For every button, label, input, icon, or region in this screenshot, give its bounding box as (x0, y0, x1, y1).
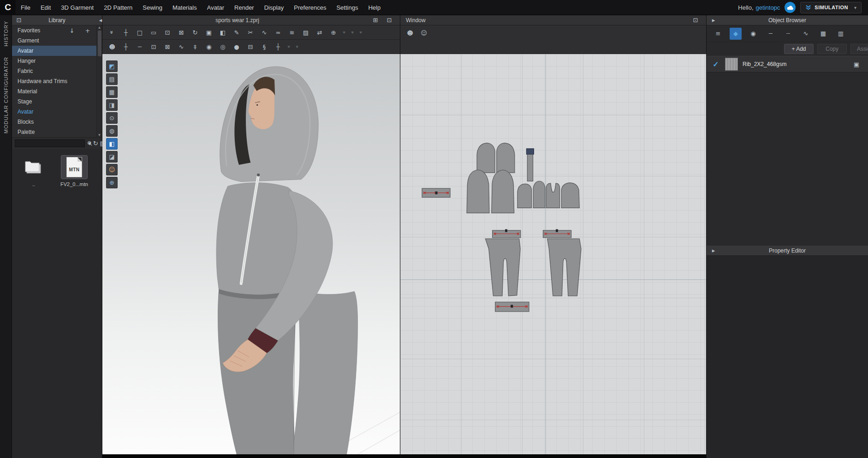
library-add-icon[interactable]: + (82, 25, 94, 36)
pattern-piece-hood-left[interactable] (477, 143, 495, 173)
app-logo[interactable]: C (0, 0, 16, 15)
show-avatar-silhouette-2d-icon[interactable]: ☻ (404, 27, 416, 38)
zipper-tool-icon[interactable]: ‡ (189, 41, 201, 52)
library-item-hanger[interactable]: Hanger (12, 56, 96, 66)
window-fly-icon[interactable]: ▣ (203, 27, 215, 38)
measure-tool-icon[interactable]: ┼ (272, 41, 284, 52)
pin-garment-icon[interactable]: ⊡ (148, 41, 160, 52)
search-dropdown-icon[interactable]: ▾ (88, 138, 91, 149)
tack-on-avatar-icon[interactable]: ⊠ (161, 41, 173, 52)
window-2d-titlebar[interactable]: Window ⊡ (400, 15, 706, 25)
menu-materials[interactable]: Materials (167, 0, 202, 15)
library-item-fabric[interactable]: Fabric (12, 66, 96, 76)
fold-arrangement-icon[interactable]: ◧ (217, 27, 229, 38)
library-item-avatar-2[interactable]: Avatar (12, 107, 96, 117)
mirror-paste-icon[interactable]: ⇄ (314, 27, 326, 38)
library-item-material[interactable]: Material (12, 86, 96, 96)
rotate-pattern-icon[interactable]: ↻ (189, 27, 201, 38)
pattern-piece-sleeve-left[interactable] (467, 170, 489, 213)
scrollbar-thumb[interactable] (98, 30, 101, 56)
group-expand-c-icon[interactable]: » (356, 29, 367, 36)
library-import-icon[interactable]: ↓ (66, 25, 78, 36)
menu-edit[interactable]: Edit (36, 0, 56, 15)
object-browser-empty-area[interactable] (707, 72, 868, 246)
menu-2d-pattern[interactable]: 2D Pattern (99, 0, 137, 15)
sewing-edit-icon[interactable]: ∿ (175, 41, 187, 52)
modular-configurator-tab[interactable]: MODULAR CONFIGURATOR (3, 57, 9, 133)
pattern-piece-bodice-back[interactable] (533, 181, 545, 208)
select-move-icon[interactable]: ┼ (120, 27, 132, 38)
more-tab-icon[interactable]: ▥ (835, 28, 847, 40)
pin-box-icon[interactable]: ⊠ (175, 27, 187, 38)
avatar-tape-icon[interactable]: ─ (134, 41, 146, 52)
placket-selected-segment[interactable] (527, 149, 534, 154)
pattern-piece-sleeve-right[interactable] (492, 170, 514, 213)
grainline-icon[interactable]: ⊕ (327, 27, 339, 38)
menu-file[interactable]: File (16, 0, 36, 15)
simulation-dropdown-icon[interactable]: ▾ (851, 5, 856, 10)
zipper-pull[interactable] (257, 174, 260, 176)
group-expand-e-icon[interactable]: » (292, 43, 303, 50)
float-window-3d-icon[interactable]: ⊞ (369, 15, 381, 26)
library-item-favorites[interactable]: Favorites ↓+ (12, 25, 96, 36)
avatar-pose-icon[interactable]: ☻ (106, 41, 118, 52)
library-search-input[interactable] (15, 139, 85, 147)
show-world-icon[interactable]: ⊕ (106, 177, 118, 188)
library-item-stage[interactable]: Stage (12, 96, 96, 107)
pattern-piece-hood-right[interactable] (497, 143, 515, 173)
pattern-piece-pants-back[interactable] (547, 239, 581, 296)
scroll-down-icon[interactable]: ▼ (98, 133, 101, 137)
bead-tool-icon[interactable]: ● (231, 41, 243, 52)
safety-pin-tool-icon[interactable]: § (258, 41, 270, 52)
fabric-tab-icon[interactable]: ◆ (730, 28, 742, 40)
pin-icon[interactable]: ⊡ (161, 27, 173, 38)
sewing-free-icon[interactable]: ≈ (272, 27, 284, 38)
assign-button[interactable]: Assign (850, 44, 868, 54)
steam-brush-icon[interactable]: ≋ (286, 27, 298, 38)
show-pattern-outline-icon[interactable]: ◪ (106, 151, 118, 163)
menu-sewing[interactable]: Sewing (137, 0, 167, 15)
show-base-outline-2d-icon[interactable]: ☺ (418, 27, 430, 38)
library-item-blocks[interactable]: Blocks (12, 117, 96, 127)
library-scrollbar[interactable]: ▲ ▼ (96, 25, 102, 137)
scroll-up-icon[interactable]: ▲ (98, 25, 101, 30)
fabric-swatch-thumbnail[interactable] (725, 58, 738, 71)
transform-pattern-icon[interactable]: ▭ (148, 27, 160, 38)
menu-preferences[interactable]: Preferences (289, 0, 331, 15)
username-link[interactable]: getintopc (756, 4, 780, 11)
collapse-library-icon[interactable]: ◂ (95, 15, 107, 26)
pattern-piece-bodice-side-right[interactable] (561, 183, 579, 208)
puckering-tab-icon[interactable]: ∿ (800, 28, 812, 40)
texture-view-icon[interactable]: ▤ (106, 73, 118, 85)
fit-map-icon[interactable]: ◍ (106, 125, 118, 137)
simulate-icon[interactable]: » (107, 26, 118, 38)
pen-3d-icon[interactable]: ✎ (231, 27, 243, 38)
menu-avatar[interactable]: Avatar (202, 0, 229, 15)
buttonhole-tool-icon[interactable]: ◎ (217, 41, 229, 52)
menu-help[interactable]: Help (363, 0, 386, 15)
maximize-3d-icon[interactable]: ⊡ (383, 15, 395, 26)
pattern-piece-pants-front[interactable] (485, 239, 520, 296)
library-refresh-icon[interactable]: ↻ (93, 138, 98, 149)
select-box-icon[interactable]: □ (134, 27, 146, 38)
pattern-piece-bodice-side-left[interactable] (517, 184, 532, 208)
strain-map-icon[interactable]: ◨ (106, 99, 118, 111)
menu-display[interactable]: Display (259, 0, 289, 15)
simulation-control[interactable]: SIMULATION ▾ (800, 2, 862, 13)
avatar-figure[interactable] (216, 66, 357, 454)
cloud-icon[interactable] (785, 2, 796, 13)
library-item-palette[interactable]: Palette (12, 127, 96, 137)
copy-button[interactable]: Copy (817, 44, 847, 54)
scissors-3d-icon[interactable]: ✂ (244, 27, 256, 38)
file-mtn[interactable]: MTN FV2_0...mtn (58, 156, 90, 187)
menu-settings[interactable]: Settings (331, 0, 363, 15)
check-icon[interactable]: ✓ (711, 60, 720, 69)
pattern-piece-bodice-front[interactable] (546, 183, 559, 208)
canvas-2d[interactable] (400, 54, 706, 454)
padlock-tool-icon[interactable]: ⊟ (244, 41, 256, 52)
piping-tab-icon[interactable]: ▦ (817, 28, 829, 40)
library-item-garment[interactable]: Garment (12, 36, 96, 46)
pattern-layout[interactable] (400, 54, 706, 454)
pattern-pieces[interactable] (422, 143, 581, 312)
render-style-icon[interactable]: ◩ (106, 60, 118, 72)
